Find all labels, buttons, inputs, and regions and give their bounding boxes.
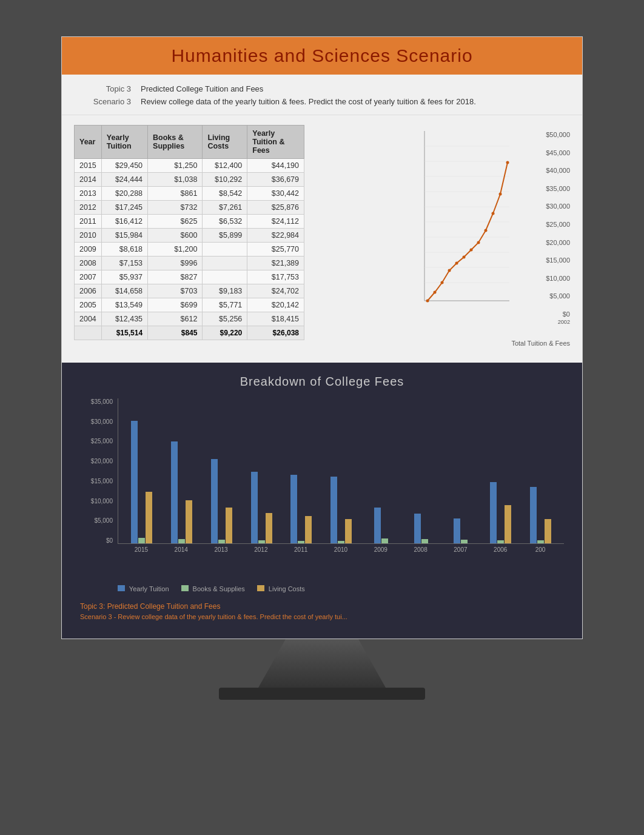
cell-living — [203, 270, 247, 284]
cell-tuition: $13,549 — [101, 298, 147, 312]
svg-point-22 — [499, 193, 502, 196]
x-label: 2015 — [122, 546, 160, 553]
cell-tuition: $7,153 — [101, 257, 147, 270]
table-row: 2009 $8,618 $1,200 $25,770 — [75, 243, 304, 257]
bars-wrapper — [131, 421, 152, 543]
bar-group — [482, 482, 520, 543]
chart-legend: Total Tuition & Fees — [511, 340, 570, 347]
cell-total: $44,190 — [247, 159, 304, 173]
svg-point-18 — [470, 249, 473, 252]
x-label: 2013 — [203, 546, 240, 553]
legend-tuition-label: Yearly Tuition — [129, 585, 169, 592]
table-row: 2013 $20,288 $861 $8,542 $30,442 — [75, 187, 304, 201]
bar-books — [298, 541, 304, 543]
footer-total: $26,038 — [247, 326, 304, 340]
bar-group — [522, 487, 559, 543]
bar-tuition — [454, 518, 460, 543]
bar-tuition — [251, 472, 258, 543]
scenario-row: Scenario 3 Review college data of the ye… — [80, 97, 564, 106]
bottom-footer-line2: Scenario 3 - Review college data of the … — [80, 613, 564, 620]
bar-group — [323, 477, 360, 543]
table-row: 2010 $15,984 $600 $5,899 $22,984 — [75, 229, 304, 243]
cell-books: $699 — [148, 298, 203, 312]
legend-living-swatch — [257, 585, 264, 591]
bar-living — [545, 519, 551, 543]
bars-wrapper — [251, 472, 272, 543]
footer-text-2: Scenario 3 - Review college data of the … — [80, 613, 347, 620]
bar-group — [123, 421, 161, 543]
bar-living — [186, 500, 192, 543]
line-chart-svg — [418, 131, 515, 313]
cell-year: 2005 — [75, 298, 102, 312]
cell-books: $703 — [148, 284, 203, 298]
y-label-40k: $40,000 — [546, 167, 570, 174]
table-row: 2005 $13,549 $699 $5,771 $20,142 — [75, 298, 304, 312]
cell-year: 2010 — [75, 229, 102, 243]
cell-books: $612 — [148, 312, 203, 326]
main-content: Year Yearly Tuition Books & Supplies Liv… — [62, 115, 582, 357]
bar-group — [243, 472, 280, 543]
bar-living — [505, 505, 511, 543]
line-chart: $50,000 $45,000 $40,000 $35,000 $30,000 … — [418, 131, 570, 337]
bar-living — [305, 516, 312, 543]
footer-tuition: $15,514 — [101, 326, 147, 340]
bottom-footer-line1: Topic 3: Predicted College Tuition and F… — [80, 602, 564, 611]
bar-y-axis: $35,000 $30,000 $25,000 $20,000 $15,000 … — [80, 398, 115, 544]
x-label: 2014 — [163, 546, 200, 553]
cell-living: $5,256 — [203, 312, 247, 326]
x-label: 2006 — [481, 546, 519, 553]
x-label: 2008 — [402, 546, 440, 553]
cell-books: $827 — [148, 270, 203, 284]
cell-total: $20,142 — [247, 298, 304, 312]
cell-living: $12,400 — [203, 159, 247, 173]
bar-tuition — [290, 475, 297, 543]
svg-point-14 — [441, 281, 444, 284]
table-header-row: Year Yearly Tuition Books & Supplies Liv… — [75, 126, 304, 159]
page-title: Humanities and Sciences Scenario — [74, 45, 570, 66]
x-label: 2009 — [362, 546, 400, 553]
svg-point-15 — [448, 269, 451, 272]
cell-total: $30,442 — [247, 187, 304, 201]
table-row: 2004 $12,435 $612 $5,256 $18,415 — [75, 312, 304, 326]
col-books: Books & Supplies — [148, 126, 203, 159]
cell-total: $24,702 — [247, 284, 304, 298]
y-label-20k: $20,000 — [546, 239, 570, 246]
y-label-35k: $35,000 — [546, 185, 570, 192]
cell-books: $1,200 — [148, 243, 203, 257]
bar-books — [421, 539, 428, 543]
cell-tuition: $14,658 — [101, 284, 147, 298]
col-tuition: Yearly Tuition — [101, 126, 147, 159]
y-axis-labels: $50,000 $45,000 $40,000 $35,000 $30,000 … — [546, 131, 570, 337]
footer-living: $9,220 — [203, 326, 247, 340]
cell-books: $1,250 — [148, 159, 203, 173]
bar-books — [497, 540, 504, 543]
cell-books: $861 — [148, 187, 203, 201]
data-table-section: Year Yearly Tuition Books & Supplies Liv… — [74, 125, 304, 347]
bars-wrapper — [530, 487, 551, 543]
data-table: Year Yearly Tuition Books & Supplies Liv… — [74, 125, 304, 340]
bars-area — [118, 398, 564, 544]
meta-section: Topic 3 Predicted College Tuition and Fe… — [62, 75, 582, 115]
cell-books: $732 — [148, 201, 203, 215]
bar-group — [283, 475, 320, 543]
cell-living — [203, 257, 247, 270]
bar-group — [362, 508, 400, 543]
bottom-section: Breakdown of College Fees $35,000 $30,00… — [62, 363, 582, 639]
bar-group — [442, 518, 480, 543]
cell-books: $600 — [148, 229, 203, 243]
cell-total: $18,415 — [247, 312, 304, 326]
x-label: 2010 — [322, 546, 360, 553]
cell-total: $17,753 — [247, 270, 304, 284]
cell-tuition: $24,444 — [101, 173, 147, 187]
table-row: 2008 $7,153 $996 $21,389 — [75, 257, 304, 270]
footer-text-1: Topic 3: Predicted College Tuition and F… — [80, 602, 220, 611]
bar-tuition — [530, 487, 537, 543]
bar-tuition — [171, 441, 178, 543]
table-row: 2011 $16,412 $625 $6,532 $24,112 — [75, 215, 304, 229]
bars-wrapper — [490, 482, 511, 543]
right-chart-section: $50,000 $45,000 $40,000 $35,000 $30,000 … — [310, 125, 570, 347]
svg-point-23 — [506, 161, 509, 164]
legend-total-tuition: Total Tuition & Fees — [511, 340, 570, 347]
legend-tuition-swatch — [118, 585, 125, 591]
bars-wrapper — [330, 477, 352, 543]
